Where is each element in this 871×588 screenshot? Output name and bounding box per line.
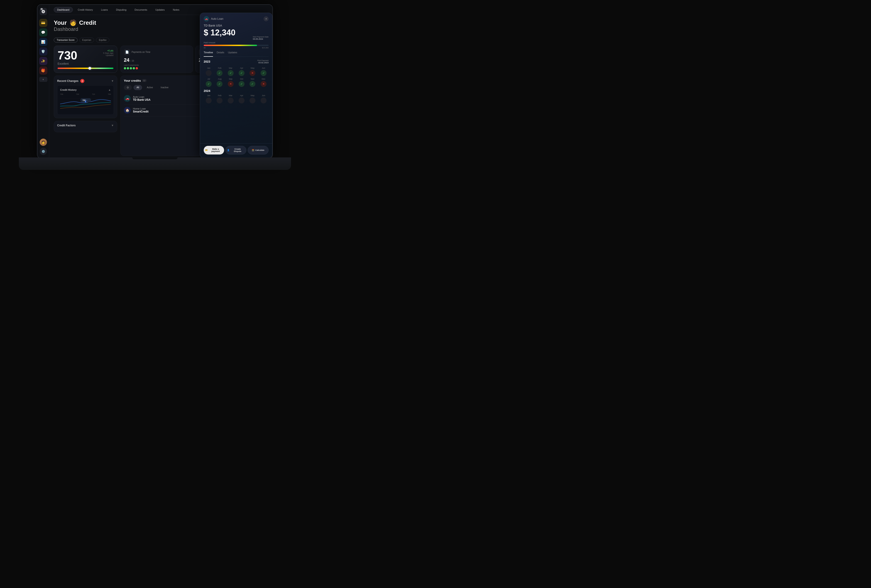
check-apr-2023: ✓ [239, 70, 244, 76]
score-updated: 5 Days ago [103, 52, 114, 54]
laptop-shell: R 💳 💬 📊 🛡️ ✨ 🎁 ▼ [19, 4, 291, 170]
check-dec-2023: ✕ [260, 81, 266, 87]
svg-point-7 [85, 101, 86, 102]
your-credits-title: Your credits [124, 79, 141, 82]
check-jun-2024 [260, 97, 266, 103]
nav-tab-loans[interactable]: Loans [98, 7, 111, 12]
check-may-2024 [250, 97, 255, 103]
credit-factors-expand[interactable]: ▼ [111, 124, 114, 127]
sidebar-icon-shield[interactable]: 🛡️ [39, 48, 47, 55]
score-bar [58, 67, 114, 69]
overlay-panel: 🚗 Auto Loan ✕ TD Bank USA $ 12,340 Next … [200, 13, 272, 158]
payments-label: Payments on Time [132, 51, 150, 53]
dot-5 [136, 67, 138, 69]
settings-icon[interactable]: ⚙️ [40, 148, 47, 155]
calculate-button[interactable]: 🧮 Calculate [248, 146, 269, 154]
nav-tab-credit-history[interactable]: Credit History [75, 7, 96, 12]
create-dispute-label: Create Dispute [230, 148, 245, 153]
payments-icon: 📄 [124, 49, 130, 55]
check-jan-2023 [206, 70, 212, 76]
progress-bar: $0 $15,000 [200, 45, 272, 51]
credit-history-chart: 720 TU 16 Jun [60, 96, 111, 112]
score-card: 730 +6 pts 5 Days ago Updated Excellent [54, 46, 117, 73]
sidebar-icon-wallet[interactable]: 💳 [39, 19, 47, 27]
sidebar-icon-chart[interactable]: 📊 [39, 38, 47, 46]
chip-experian[interactable]: Experian [79, 37, 94, 42]
nav-tab-updates[interactable]: Updates [152, 7, 168, 12]
score-pts: +6 pts [103, 49, 114, 52]
chart-label-730: 730 [60, 93, 63, 95]
credit-history-title: Credit History [60, 88, 77, 91]
score-bar-dot [88, 67, 91, 70]
check-jun-2023: ✓ [260, 70, 266, 76]
credits-tab-all[interactable]: All [133, 85, 142, 90]
sidebar-icon-star[interactable]: ✨ [39, 57, 47, 65]
year-2023: 2023 [204, 60, 210, 63]
create-dispute-icon: 👤 [227, 149, 229, 151]
laptop-base [19, 157, 291, 170]
check-jul-2023: ✓ [206, 81, 212, 87]
close-button[interactable]: ✕ [263, 16, 269, 21]
sidebar: 💳 💬 📊 🛡️ ✨ 🎁 ▼ 🧑 ⚙️ [37, 5, 49, 158]
create-dispute-button[interactable]: 👤 Create Dispute [226, 146, 246, 154]
year-2024: 2024 [204, 89, 269, 93]
timeline-tab-updates[interactable]: Updates [228, 51, 237, 55]
progress-end: $15,000 [262, 47, 269, 49]
laptop-hinge [132, 157, 178, 159]
credit-history-expand[interactable]: ▲ [108, 88, 111, 91]
chip-equifax[interactable]: Equifax [96, 37, 109, 42]
chart-label-700: 700 [108, 93, 111, 95]
credits-tab-active[interactable]: Active [144, 85, 156, 90]
timeline-tab-timeline[interactable]: Timeline [204, 51, 213, 57]
score-label: Excellent [58, 62, 114, 65]
progress-start: $0 [204, 47, 206, 49]
nav-tab-notes[interactable]: Notes [170, 7, 183, 12]
payments-on-time-card: 📄 Payments on Time 24 / 38 Last 5 paymen… [120, 46, 193, 73]
nav-tab-documents[interactable]: Documents [131, 7, 150, 12]
svg-text:720: 720 [82, 99, 86, 102]
credit-factors-title: Credit Factors [57, 124, 76, 127]
overlay-next-payment: Next Payment Date 03.05.2024 [200, 36, 272, 40]
next-payment-label: Next Payment Date [253, 36, 269, 38]
overlay-paid-label: Paid Amount [200, 40, 272, 45]
credit-history-card: Credit History ▲ 730 720 710 [57, 85, 114, 115]
nav-tab-disputing[interactable]: Disputing [113, 7, 130, 12]
first-payment-2023: First Payment 03.02.2023 [257, 60, 269, 64]
credits-tab-inactive[interactable]: Inactive [158, 85, 171, 90]
recent-changes-expand[interactable]: ▼ [111, 79, 114, 82]
payments-total: / 38 [130, 60, 134, 62]
status-row-2: ✓ ✓ ✕ ✓ ✓ ✕ [204, 81, 269, 87]
sidebar-expand-button[interactable]: ▼ [39, 77, 47, 82]
check-mar-2024 [228, 97, 233, 103]
chip-transunion[interactable]: Transunion Score [54, 37, 78, 42]
make-payment-label: Make a payment [208, 148, 223, 153]
app-logo: R [40, 7, 43, 11]
make-payment-button[interactable]: 💳 Make a payment [204, 146, 224, 154]
next-payment-date: 03.05.2024 [253, 38, 269, 40]
recent-changes-badge: 2 [80, 79, 84, 83]
score-updated-sub: Updated [103, 54, 114, 57]
timeline-section: Timeline Details Updates 2023 First Paym… [200, 51, 272, 144]
status-row-1: ✓ ✓ ✓ ✕ ✓ [204, 70, 269, 76]
chart-label-710: 710 [92, 93, 95, 95]
make-payment-icon: 💳 [205, 149, 208, 151]
dot-3 [130, 67, 132, 69]
dot-2 [127, 67, 129, 69]
sidebar-icon-chat[interactable]: 💬 [39, 28, 47, 36]
sidebar-icon-gift[interactable]: 🎁 [39, 66, 47, 75]
title-emoji: 🧑 [69, 19, 77, 26]
nav-tab-dashboard[interactable]: Dashboard [54, 7, 73, 12]
auto-loan-icon: 🚗 [124, 95, 131, 102]
calculate-label: Calculate [255, 149, 264, 151]
credit-factors-card: Credit Factors ▼ [54, 121, 117, 132]
check-apr-2024 [239, 97, 244, 103]
page-subtitle: Dashboard [54, 26, 96, 32]
calculate-icon: 🧮 [252, 149, 254, 151]
check-feb-2023: ✓ [217, 70, 223, 76]
check-sep-2023: ✕ [228, 81, 233, 87]
timeline-tab-details[interactable]: Details [217, 51, 224, 55]
check-oct-2023: ✓ [239, 81, 244, 87]
filter-icon-button[interactable]: ⚙ [124, 85, 132, 90]
avatar[interactable]: 🧑 [40, 139, 47, 146]
score-value: 730 [58, 49, 77, 61]
